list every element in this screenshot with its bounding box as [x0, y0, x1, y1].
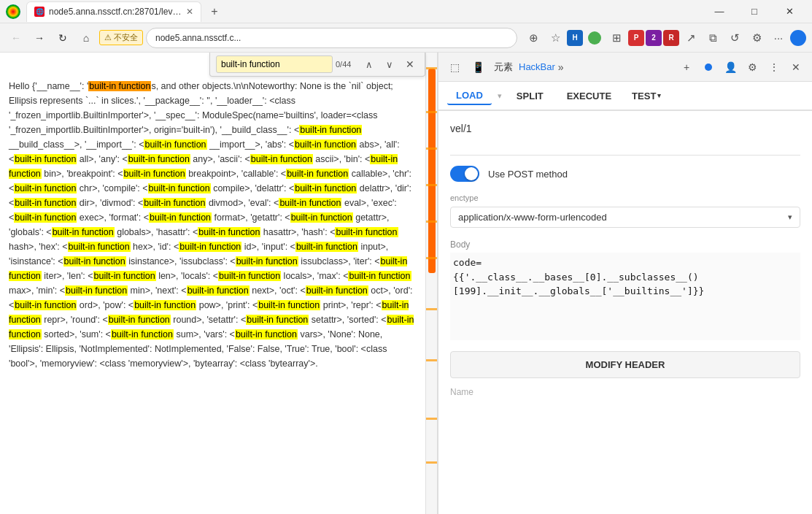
minimize-button[interactable]: — — [703, 0, 736, 23]
highlight: built-in function — [348, 271, 411, 281]
highlight: built-in function — [295, 242, 358, 252]
load-button[interactable]: LOAD — [447, 87, 492, 105]
highlight: built-in function — [14, 154, 77, 164]
hackbar-toolbar: LOAD ▾ SPLIT EXECUTE TEST ▾ — [438, 82, 812, 111]
highlight: built-in function — [179, 242, 241, 252]
profile-btn[interactable]: 👤 — [720, 57, 741, 77]
select-arrow-icon: ▾ — [788, 212, 792, 222]
star-btn[interactable]: ☆ — [545, 28, 565, 48]
grid-icon[interactable]: ⊞ — [606, 28, 627, 48]
scrollbar[interactable] — [425, 53, 437, 514]
more-btn[interactable]: ··· — [768, 28, 789, 48]
enctype-select[interactable]: application/x-www-form-urlencoded ▾ — [450, 207, 800, 228]
scroll-marker-8 — [426, 359, 437, 361]
circle-green-icon[interactable] — [584, 28, 605, 48]
highlight: built-in function — [9, 315, 414, 340]
profile-icon[interactable] — [790, 30, 806, 46]
post-method-toggle-row: Use POST method — [450, 166, 800, 182]
new-tab-button[interactable]: + — [204, 1, 225, 22]
share-icon[interactable]: ↗ — [681, 28, 701, 48]
highlight: built-in function — [111, 329, 174, 340]
hackbar-label[interactable]: HackBar — [519, 61, 555, 72]
url-bar[interactable]: node5.anna.nssctf.c... — [146, 28, 517, 48]
highlight: built-in function — [250, 154, 313, 164]
settings-icon[interactable]: ⚙ — [746, 28, 767, 48]
highlight: built-in function — [236, 256, 298, 266]
page-text-content: Hello {'__name__': 'built-in functions, … — [0, 53, 425, 514]
highlight: built-in function — [149, 212, 212, 223]
split-button[interactable]: SPLIT — [508, 88, 552, 104]
forward-button[interactable]: → — [29, 28, 50, 48]
tab-bar: 🌐 node5.anna.nssctf.cn:28701/leve... ✕ + — [26, 1, 703, 22]
browser-content: 0/44 ∧ ∨ ✕ Hello {'__name__': 'built-in … — [0, 53, 438, 514]
refresh-button[interactable]: ↻ — [53, 28, 73, 48]
purple-ext-icon[interactable]: 2 — [646, 30, 662, 46]
maximize-button[interactable]: □ — [738, 0, 771, 23]
highlight: built-in function — [148, 183, 211, 193]
scroll-marker-2 — [426, 111, 437, 113]
devtools-more-btn[interactable]: ⋮ — [764, 57, 784, 77]
devtools-actions: + 👤 ⚙ ⋮ ✕ — [676, 57, 806, 77]
tab-title: node5.anna.nssctf.cn:28701/leve... — [49, 7, 182, 17]
scrollbar-thumb[interactable] — [428, 69, 436, 273]
modify-header-button[interactable]: MODIFY HEADER — [450, 351, 800, 378]
find-input[interactable] — [216, 55, 333, 73]
warning-icon: ⚠ — [104, 33, 112, 42]
history-icon[interactable]: ↺ — [724, 28, 745, 48]
extensions-btn[interactable]: ⊕ — [523, 28, 544, 48]
text-paragraph: Hello {'__name__': 'built-in functions, … — [9, 79, 417, 371]
enctype-label: enctype — [450, 193, 800, 202]
find-prev-button[interactable]: ∧ — [360, 55, 378, 73]
find-close-button[interactable]: ✕ — [401, 55, 419, 73]
highlight: built-in function — [134, 300, 196, 310]
window-controls: — □ ✕ — [703, 0, 806, 23]
inspect-icon[interactable]: ⬚ — [444, 57, 465, 77]
highlight: built-in function — [143, 198, 206, 208]
highlight: built-in function — [235, 329, 298, 340]
active-tab[interactable]: 🌐 node5.anna.nssctf.cn:28701/leve... ✕ — [26, 1, 201, 22]
highlight: built-in function — [128, 154, 190, 164]
add-btn[interactable]: + — [676, 57, 697, 77]
url-text: node5.anna.nssctf.c... — [155, 33, 508, 43]
highlight: built-in function — [93, 271, 156, 281]
body-textarea[interactable]: code= {{'.__class__.__bases__[0].__subcl… — [450, 253, 800, 340]
red-ext-icon[interactable]: P — [628, 30, 644, 46]
devtools-close-btn[interactable]: ✕ — [786, 57, 806, 77]
highlight: built-in function — [108, 315, 171, 325]
home-button[interactable]: ⌂ — [76, 28, 96, 48]
titlebar: 🌐 node5.anna.nssctf.cn:28701/leve... ✕ +… — [0, 0, 812, 23]
highlight: built-in function — [299, 125, 362, 135]
tab-copy-icon[interactable]: ⧉ — [703, 28, 723, 48]
devtools-settings-btn[interactable]: ⚙ — [742, 57, 762, 77]
highlight: built-in function — [187, 285, 250, 296]
hackbar-ext-icon[interactable]: H — [567, 30, 583, 46]
find-next-button[interactable]: ∨ — [381, 55, 398, 73]
highlight: built-in function — [65, 285, 128, 296]
execute-button[interactable]: EXECUTE — [558, 88, 620, 104]
security-badge: ⚠ 不安全 — [99, 30, 143, 45]
test-dropdown[interactable]: TEST ▾ — [626, 88, 667, 104]
scroll-marker-6 — [426, 257, 437, 259]
highlight: built-in function — [14, 183, 77, 193]
find-count: 0/44 — [336, 60, 357, 69]
tab-favicon: 🌐 — [34, 7, 45, 17]
find-bar: 0/44 ∧ ∨ ✕ — [209, 53, 425, 77]
highlight: built-in function — [279, 198, 341, 208]
body-label: Body — [450, 239, 800, 250]
more-panels-icon[interactable]: » — [558, 61, 564, 73]
tab-close-btn[interactable]: ✕ — [186, 7, 193, 17]
back-button[interactable]: ← — [6, 28, 26, 48]
url-section — [450, 120, 800, 156]
highlight: built-in function — [68, 242, 131, 252]
test-arrow: ▾ — [657, 92, 661, 99]
load-arrow[interactable]: ▾ — [498, 91, 502, 101]
highlight: built-in function — [14, 198, 77, 208]
elements-label[interactable]: 元素 — [491, 61, 516, 74]
post-method-toggle[interactable] — [450, 166, 479, 182]
scroll-marker-4 — [426, 184, 437, 186]
close-button[interactable]: ✕ — [773, 0, 806, 23]
highlight: built-in function — [63, 256, 126, 266]
red2-ext-icon[interactable]: R — [663, 30, 679, 46]
url-input[interactable] — [450, 120, 800, 137]
mobile-icon[interactable]: 📱 — [468, 57, 488, 77]
